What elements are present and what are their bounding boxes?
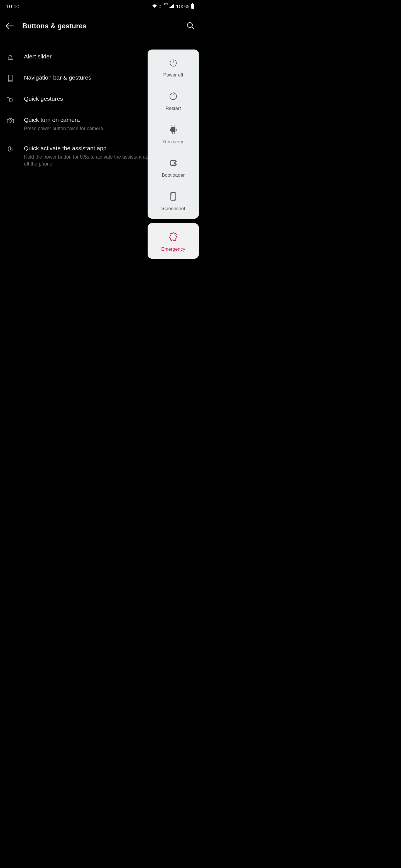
power-off-button[interactable]: Power off bbox=[149, 58, 197, 78]
screenshot-icon bbox=[169, 191, 177, 203]
bell-slider-icon bbox=[6, 53, 15, 61]
page-title: Buttons & gestures bbox=[22, 22, 87, 30]
svg-rect-16 bbox=[171, 160, 176, 165]
svg-point-5 bbox=[9, 81, 10, 81]
power-label: Recovery bbox=[163, 139, 183, 145]
camera-icon bbox=[6, 116, 15, 125]
data-arrows-icon bbox=[159, 5, 161, 9]
search-button[interactable] bbox=[187, 22, 195, 30]
assistant-voice-icon bbox=[6, 145, 15, 153]
power-label: Emergency bbox=[161, 247, 185, 252]
power-menu-panel: Power off Restart bbox=[148, 50, 199, 219]
network-label: LTE bbox=[164, 3, 168, 5]
power-label: Power off bbox=[163, 72, 183, 78]
emergency-button[interactable]: Emergency bbox=[149, 231, 197, 252]
restart-icon bbox=[168, 91, 178, 102]
svg-line-14 bbox=[172, 125, 172, 126]
svg-point-7 bbox=[11, 81, 11, 81]
power-label: Restart bbox=[166, 106, 181, 111]
emergency-panel: Emergency bbox=[148, 223, 199, 259]
svg-rect-9 bbox=[171, 128, 175, 132]
battery-text: 100% bbox=[176, 4, 189, 10]
svg-rect-11 bbox=[176, 128, 176, 131]
power-label: Screenshot bbox=[161, 206, 185, 211]
wifi-icon bbox=[152, 4, 157, 10]
svg-rect-12 bbox=[172, 132, 173, 134]
status-time: 10:00 bbox=[6, 4, 20, 10]
svg-point-8 bbox=[9, 120, 12, 122]
emergency-icon bbox=[168, 231, 178, 243]
svg-rect-0 bbox=[191, 4, 194, 9]
cellular-icon bbox=[169, 4, 174, 10]
recovery-button[interactable]: Recovery bbox=[149, 125, 197, 145]
svg-rect-1 bbox=[192, 3, 193, 4]
power-icon bbox=[168, 58, 178, 69]
status-right: LTE 100% bbox=[152, 3, 194, 10]
power-menu: Power off Restart bbox=[148, 50, 199, 259]
chip-icon bbox=[168, 158, 178, 169]
screenshot-button[interactable]: Screenshot bbox=[149, 191, 197, 211]
svg-point-6 bbox=[10, 81, 10, 81]
svg-rect-13 bbox=[174, 132, 175, 134]
back-button[interactable] bbox=[6, 23, 17, 29]
gesture-swipe-icon bbox=[6, 95, 15, 104]
power-label: Bootloader bbox=[162, 173, 184, 178]
battery-icon bbox=[191, 3, 194, 10]
status-bar: 10:00 LTE 100% bbox=[0, 0, 200, 13]
page-header: Buttons & gestures bbox=[0, 13, 200, 38]
svg-rect-10 bbox=[170, 128, 171, 131]
restart-button[interactable]: Restart bbox=[149, 91, 197, 111]
phone-nav-icon bbox=[6, 74, 15, 83]
svg-rect-17 bbox=[172, 162, 174, 164]
svg-line-15 bbox=[174, 125, 175, 126]
android-icon bbox=[169, 125, 178, 136]
bootloader-button[interactable]: Bootloader bbox=[149, 158, 197, 178]
